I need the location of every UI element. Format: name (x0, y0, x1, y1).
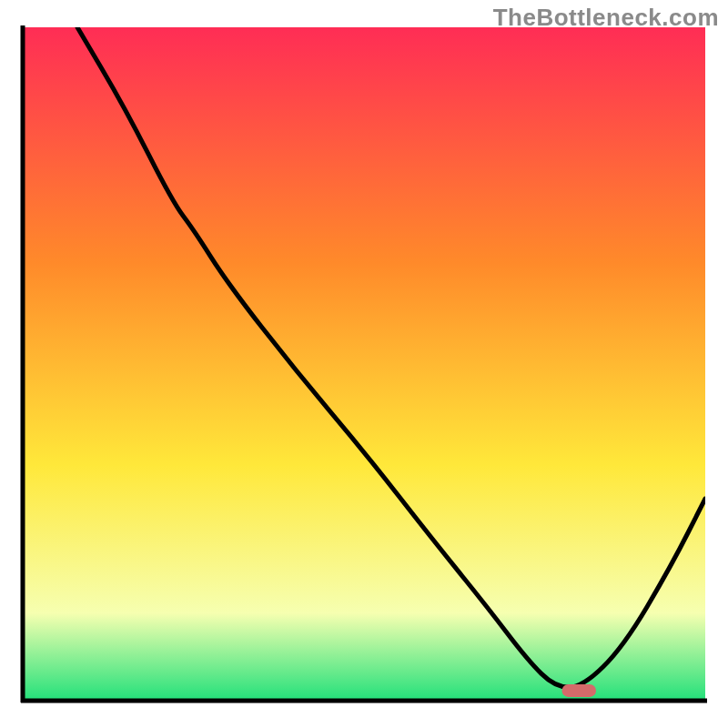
watermark-text: TheBottleneck.com (493, 4, 719, 32)
bottleneck-chart: TheBottleneck.com (0, 0, 728, 728)
plot-background (23, 27, 705, 701)
optimal-marker (562, 684, 597, 697)
chart-svg (0, 0, 728, 728)
